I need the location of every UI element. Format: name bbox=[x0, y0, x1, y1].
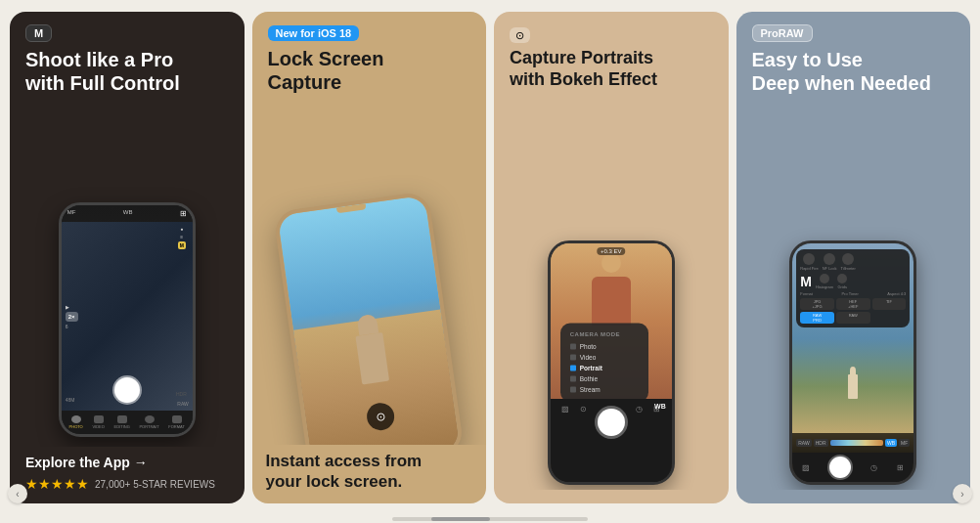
cam-modes-row: PHOTO VIDEO EDITING bbox=[65, 414, 190, 431]
person-icon: ⊙ bbox=[580, 405, 587, 436]
color-strip bbox=[830, 440, 883, 446]
card-1-header: M Shoot like a Pro with Full Control bbox=[10, 12, 245, 101]
mode-format[interactable]: FORMAT bbox=[168, 415, 185, 429]
prev-arrow[interactable]: ‹ bbox=[8, 484, 27, 503]
popup-video[interactable]: Video bbox=[570, 352, 639, 363]
cam-extra: 6 bbox=[66, 324, 78, 329]
next-nav-container: › bbox=[953, 484, 972, 503]
card-2-badge: New for iOS 18 bbox=[268, 25, 360, 41]
aspect-label: Aspect 4:3 bbox=[887, 291, 906, 296]
cam-settings-col: ● ≡ M bbox=[175, 226, 189, 407]
raw-alt-format[interactable]: RAW bbox=[836, 312, 870, 324]
shutter-button-1[interactable] bbox=[114, 377, 140, 403]
phone-4-mockup: Rapid Fire NF Lock Tillmeter bbox=[789, 240, 916, 485]
phone-3-bottom: WB ▨ ⊙ ◷ ⊞ bbox=[551, 399, 672, 482]
mode-video[interactable]: VIDEO bbox=[92, 415, 104, 429]
popup-stream[interactable]: Stream bbox=[570, 384, 639, 395]
gallery-icon: ▨ bbox=[561, 405, 569, 436]
card-1-footer: Explore the App → ★★★★★ 27,000+ 5-STAR R… bbox=[10, 447, 245, 503]
card-2-title: Lock Screen Capture bbox=[268, 47, 471, 94]
cam-preview: ● ≡ M ▶ 2× 6 48M HDR RAW bbox=[62, 222, 193, 411]
mode-photo[interactable]: PHOTO bbox=[69, 415, 83, 429]
card-3: ⊙ Capture Portraits with Bokeh Effect +0… bbox=[494, 12, 729, 503]
star-rating: ★★★★★ bbox=[25, 476, 89, 492]
explore-link[interactable]: Explore the App → bbox=[25, 455, 229, 470]
card-3-title: Capture Portraits with Bokeh Effect bbox=[510, 48, 713, 90]
cam-top-bar: MF WB ⊞ bbox=[62, 205, 193, 222]
prev-nav-container: ‹ bbox=[8, 484, 27, 503]
card-4-header: ProRAW Easy to Use Deep when Needed bbox=[736, 12, 971, 101]
pro-timer-label: Pro Timer bbox=[841, 291, 858, 296]
mf-strip-label: MF bbox=[899, 439, 910, 447]
phone-2-screen: ⊙ bbox=[278, 195, 461, 444]
manual-m-label: M bbox=[800, 274, 812, 289]
phone-4-bottom-bar: ▨ ◷ ⊞ bbox=[792, 453, 913, 482]
raw-strip-label: RAW bbox=[796, 439, 811, 447]
tif-format[interactable]: TIF bbox=[872, 298, 907, 310]
photo-icon bbox=[71, 415, 81, 423]
wb-label-3: WB bbox=[654, 403, 666, 410]
timer-icon: ◷ bbox=[636, 405, 643, 436]
heif-format[interactable]: HEF+HEF bbox=[836, 298, 870, 310]
portrait-icon-top: ⊙ bbox=[510, 23, 713, 44]
hdr-strip-label: HDR bbox=[814, 439, 828, 447]
grid-icon-4: ⊞ bbox=[897, 463, 904, 472]
person-head-el bbox=[601, 253, 621, 273]
card-2-header: New for iOS 18 Lock Screen Capture bbox=[252, 12, 487, 100]
format-label: FORMAT bbox=[168, 424, 185, 429]
scroll-thumb[interactable] bbox=[431, 517, 490, 521]
card-2-phone-scene: ⊙ bbox=[252, 100, 487, 445]
mf-label: MF bbox=[67, 209, 76, 218]
card-2: New for iOS 18 Lock Screen Capture ⊙ bbox=[252, 12, 487, 503]
m-badge: M bbox=[178, 241, 186, 249]
card-4: ProRAW Easy to Use Deep when Needed bbox=[736, 12, 971, 503]
format-icon bbox=[172, 415, 182, 423]
photo-dot bbox=[570, 343, 576, 349]
phone-3-screen: +0.3 EV Camera Mode Photo Video bbox=[551, 243, 672, 482]
shutter-button-3[interactable] bbox=[598, 409, 625, 436]
jpg-format[interactable]: JPG+JPG bbox=[800, 298, 834, 310]
next-arrow[interactable]: › bbox=[953, 484, 972, 503]
popup-photo[interactable]: Photo bbox=[570, 341, 639, 352]
tillmeter-icon: Tillmeter bbox=[841, 253, 856, 271]
video-icon bbox=[94, 415, 104, 423]
format-labels-row: Format Pro Timer Aspect 4:3 bbox=[800, 291, 906, 296]
shutter-button-4[interactable] bbox=[829, 457, 851, 478]
histogram-icon: Histogram bbox=[816, 274, 833, 289]
phone-2-mockup: ⊙ bbox=[273, 191, 465, 445]
raw-format[interactable]: RAWPRO bbox=[800, 312, 834, 324]
card-1-badge: M bbox=[25, 24, 52, 42]
proraw-panel: Rapid Fire NF Lock Tillmeter bbox=[796, 249, 910, 327]
bottom-strip: RAW HDR WB MF bbox=[792, 433, 913, 453]
portrait-dot bbox=[570, 365, 576, 370]
card-4-phone-scene: Rapid Fire NF Lock Tillmeter bbox=[736, 101, 971, 490]
mode-editing[interactable]: EDITING bbox=[114, 415, 130, 429]
format-grid: JPG+JPG HEF+HEF TIF RAWPRO RAW bbox=[800, 298, 906, 324]
portrait-label: PORTRAIT bbox=[139, 424, 158, 429]
card-1-phone-scene: MF WB ⊞ ● ≡ M ▶ 2× bbox=[10, 101, 245, 447]
card-3-phone-scene: +0.3 EV Camera Mode Photo Video bbox=[494, 96, 729, 490]
mode-portrait[interactable]: PORTRAIT bbox=[139, 415, 158, 429]
card-4-footer bbox=[736, 490, 971, 503]
lh-body-el bbox=[848, 374, 858, 399]
card-2-subtitle: Instant access from your lock screen. bbox=[266, 451, 473, 493]
proraw-icons-row: Rapid Fire NF Lock Tillmeter bbox=[800, 253, 856, 271]
cam-setting-2: ≡ bbox=[180, 234, 183, 240]
hdr-label: HDR bbox=[176, 391, 187, 397]
format-label-el: Format bbox=[800, 291, 813, 296]
popup-bothie[interactable]: Bothie bbox=[570, 373, 639, 384]
proraw-top-row: Rapid Fire NF Lock Tillmeter bbox=[800, 253, 906, 271]
grid-icon: ⊞ bbox=[180, 209, 187, 218]
lh-top-el bbox=[850, 367, 856, 374]
phone-1-screen: MF WB ⊞ ● ≡ M ▶ 2× bbox=[62, 205, 193, 434]
cam-bottom-bar: PHOTO VIDEO EDITING bbox=[62, 411, 193, 434]
card-3-header: ⊙ Capture Portraits with Bokeh Effect bbox=[494, 12, 729, 96]
popup-portrait[interactable]: Portrait bbox=[570, 363, 639, 373]
scroll-track[interactable] bbox=[392, 517, 588, 521]
phone-notch bbox=[336, 203, 367, 213]
camera-mode-popup: Camera Mode Photo Video Portrait bbox=[560, 324, 648, 403]
portrait-icon bbox=[145, 415, 155, 423]
scroll-bar-container bbox=[0, 515, 980, 523]
card-1-title: Shoot like a Pro with Full Control bbox=[25, 48, 229, 95]
ev-indicator: +0.3 EV bbox=[597, 247, 626, 255]
